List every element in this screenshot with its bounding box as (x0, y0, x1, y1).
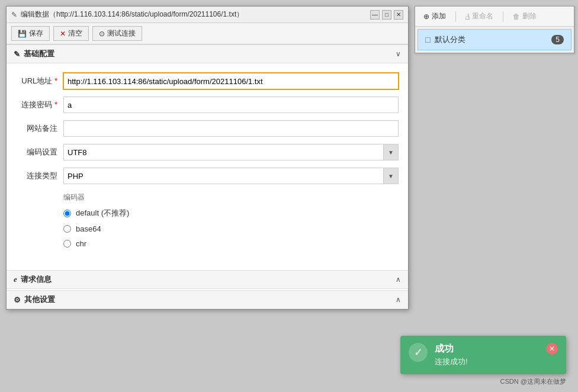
password-row: 连接密码 * (7, 93, 408, 117)
save-label: 保存 (29, 28, 43, 38)
separator-1 (455, 11, 456, 22)
request-info-label: 请求信息 (21, 274, 52, 285)
password-required: * (54, 100, 57, 109)
basic-config-icon: ✎ (14, 50, 20, 59)
maximize-button[interactable]: □ (382, 10, 391, 20)
category-icon: □ (425, 35, 430, 44)
encoding-select[interactable]: UTF8 GBK UTF-8 GB2312 (63, 144, 399, 160)
close-button[interactable]: ✕ (394, 10, 403, 20)
add-button[interactable]: ⊕ 添加 (420, 10, 449, 23)
save-icon: 💾 (18, 30, 27, 38)
basic-config-label: 基础配置 (24, 49, 54, 59)
clear-icon: ✕ (60, 30, 66, 38)
test-connection-button[interactable]: ⊙ 测试连接 (92, 26, 142, 41)
clear-label: 清空 (68, 28, 82, 38)
title-bar: ✎ 编辑数据（http://1.116.103.114:86/static/up… (7, 7, 408, 23)
url-label: URL地址 * (16, 76, 63, 86)
rename-button[interactable]: A 重命名 (462, 10, 497, 23)
test-icon: ⊙ (99, 30, 105, 38)
other-settings-icon: ⚙ (14, 295, 21, 304)
request-info-toggle: ∧ (396, 275, 401, 284)
toolbar: 💾 保存 ✕ 清空 ⊙ 测试连接 (7, 23, 408, 44)
dialog-icon: ✎ (11, 11, 17, 19)
toast-title: 成功 (435, 343, 539, 355)
type-select[interactable]: PHP ASP ASPX JSP (63, 168, 399, 184)
password-label: 连接密码 * (16, 99, 63, 110)
type-row: 连接类型 PHP ASP ASPX JSP ▼ (7, 164, 408, 188)
basic-config-header[interactable]: ✎ 基础配置 ∨ (7, 44, 408, 63)
delete-button[interactable]: 🗑 删除 (509, 10, 540, 23)
title-bar-controls: — □ ✕ (370, 10, 403, 20)
url-row: URL地址 * (7, 69, 408, 93)
type-select-wrapper: PHP ASP ASPX JSP ▼ (63, 168, 399, 184)
radio-chr-label[interactable]: chr (76, 239, 86, 248)
form-area: URL地址 * 连接密码 * 网站备注 (7, 63, 408, 269)
radio-base64-row: base64 (7, 221, 408, 236)
right-panel: ⊕ 添加 A 重命名 🗑 删除 □ 默认分类 5 (415, 6, 574, 53)
form-scroll[interactable]: URL地址 * 连接密码 * 网站备注 (7, 63, 408, 269)
toast-footer: CSDN @这周未在做梦 (400, 377, 566, 386)
request-info-header[interactable]: e 请求信息 ∧ (7, 270, 408, 289)
separator-2 (503, 11, 503, 22)
section-header-left: ✎ 基础配置 (14, 49, 54, 59)
dialog-content: ✎ 基础配置 ∨ URL地址 * 连接密码 (7, 44, 408, 309)
rename-label: 重命名 (472, 11, 493, 21)
note-row: 网站备注 (7, 117, 408, 140)
type-label: 连接类型 (16, 171, 63, 181)
request-info-icon: e (14, 275, 17, 284)
other-settings-header[interactable]: ⚙ 其他设置 ∧ (7, 290, 408, 309)
other-settings-toggle: ∧ (396, 295, 401, 304)
clear-button[interactable]: ✕ 清空 (53, 26, 89, 41)
delete-icon: 🗑 (513, 12, 520, 21)
radio-chr[interactable] (63, 240, 71, 248)
title-bar-left: ✎ 编辑数据（http://1.116.103.114:86/static/up… (11, 9, 243, 20)
radio-default-label[interactable]: default (不推荐) (76, 208, 129, 219)
basic-config-toggle: ∨ (396, 50, 401, 58)
category-label: 默认分类 (435, 34, 547, 45)
request-info-left: e 请求信息 (14, 274, 52, 285)
toast-content: 成功 连接成功! (435, 343, 539, 367)
add-label: 添加 (432, 11, 446, 21)
category-badge: 5 (551, 35, 564, 44)
encoding-select-wrapper: UTF8 GBK UTF-8 GB2312 ▼ (63, 144, 399, 160)
right-toolbar: ⊕ 添加 A 重命名 🗑 删除 (415, 7, 574, 27)
radio-default[interactable] (63, 210, 71, 217)
url-input[interactable] (63, 73, 399, 89)
delete-label: 删除 (522, 11, 537, 21)
save-button[interactable]: 💾 保存 (11, 26, 50, 41)
rename-icon: A (465, 12, 470, 21)
dialog-window: ✎ 编辑数据（http://1.116.103.114:86/static/up… (6, 6, 409, 310)
toast-close-button[interactable]: ✕ (546, 343, 558, 355)
add-icon: ⊕ (423, 12, 429, 21)
toast-notification: ✓ 成功 连接成功! ✕ (400, 336, 566, 374)
encoder-section-label: 编码器 (7, 188, 408, 205)
toast-check-icon: ✓ (409, 343, 428, 362)
encoding-row: 编码设置 UTF8 GBK UTF-8 GB2312 ▼ (7, 140, 408, 164)
test-label: 测试连接 (107, 28, 136, 38)
radio-base64[interactable] (63, 225, 71, 233)
note-label: 网站备注 (16, 123, 63, 134)
radio-default-row: default (不推荐) (7, 205, 408, 221)
password-input[interactable] (63, 97, 399, 113)
dialog-title: 编辑数据（http://1.116.103.114:86/static/uplo… (21, 9, 243, 20)
category-item[interactable]: □ 默认分类 5 (418, 29, 571, 50)
minimize-button[interactable]: — (370, 10, 380, 20)
encoding-label: 编码设置 (16, 147, 63, 158)
other-settings-left: ⚙ 其他设置 (14, 294, 55, 305)
radio-base64-label[interactable]: base64 (76, 224, 101, 233)
toast-subtitle: 连接成功! (435, 356, 539, 367)
other-settings-label: 其他设置 (24, 294, 55, 305)
url-required: * (54, 76, 57, 85)
radio-chr-row: chr (7, 236, 408, 251)
note-input[interactable] (63, 120, 399, 137)
